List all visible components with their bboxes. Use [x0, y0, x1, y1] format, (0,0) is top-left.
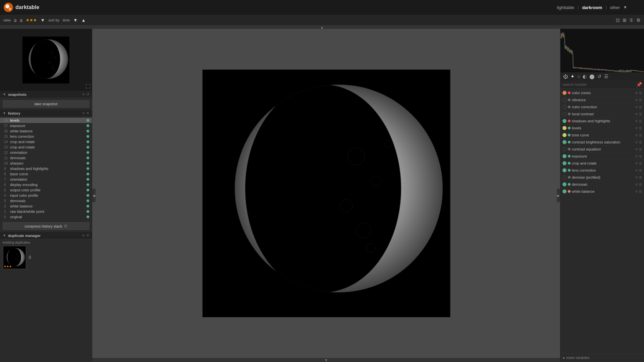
toolbar-left-arrow[interactable]: ≥ [14, 17, 17, 23]
zoom-1to1-icon[interactable]: ① [629, 17, 634, 23]
module-enable-toggle[interactable] [562, 182, 567, 186]
module-enable-toggle[interactable] [562, 168, 567, 172]
nav-darkroom[interactable]: darkroom [582, 5, 602, 10]
more-modules[interactable]: ▸ more modules [560, 353, 644, 362]
module-preset-btn[interactable]: ☰ [639, 140, 642, 144]
module-reset-icon[interactable]: ↺ [597, 74, 601, 79]
history-item[interactable]: 12 orientation [0, 150, 92, 155]
module-enable-toggle[interactable] [562, 133, 567, 137]
take-snapshot-button[interactable]: take snapshot [3, 100, 89, 108]
module-reset-btn[interactable]: ↺ [635, 112, 638, 116]
module-reset-btn[interactable]: ↺ [635, 140, 638, 144]
module-preset-btn[interactable]: ☰ [639, 147, 642, 151]
module-item[interactable]: levels ↺ ☰ [560, 125, 644, 132]
module-item[interactable]: lens correction ↺ ☰ [560, 167, 644, 174]
module-item[interactable]: color correction ↺ ☰ [560, 104, 644, 111]
nav-other[interactable]: other [610, 5, 620, 10]
history-item[interactable]: 0 original [0, 214, 92, 220]
history-item[interactable]: 17 exposure [0, 123, 92, 128]
module-item[interactable]: vibrance ↺ ☰ [560, 97, 644, 104]
collapse-top[interactable]: ▲ [0, 25, 644, 29]
module-preset-btn[interactable]: ☰ [639, 162, 642, 165]
history-menu-icon[interactable]: ≡ [83, 111, 85, 115]
history-item[interactable]: 7 orientation [0, 177, 92, 182]
module-enable-toggle[interactable] [562, 105, 567, 109]
history-item[interactable]: 6 display encoding [0, 182, 92, 187]
history-item[interactable]: 1 raw black/white point [0, 209, 92, 214]
module-preset-btn[interactable]: ☰ [639, 176, 642, 179]
module-reset-btn[interactable]: ↺ [635, 190, 638, 193]
module-enable-toggle[interactable] [562, 189, 567, 193]
module-reset-btn[interactable]: ↺ [635, 126, 638, 130]
collapse-right[interactable]: ▶ [557, 189, 560, 202]
history-item[interactable]: 18 levels [0, 118, 92, 123]
snapshots-section-header[interactable]: ▼ snapshots ≡ ↺ [0, 91, 92, 98]
module-enable-toggle[interactable] [562, 161, 567, 165]
history-item[interactable]: 8 base curve [0, 171, 92, 177]
module-enable-toggle[interactable] [562, 126, 567, 130]
module-reset-btn[interactable]: ↺ [635, 98, 638, 102]
module-color-icon[interactable]: ⬤ [589, 74, 595, 79]
module-enable-toggle[interactable] [562, 119, 567, 123]
module-reset-btn[interactable]: ↺ [635, 162, 638, 165]
module-item[interactable]: contrast brightness saturation ↺ ☰ [560, 139, 644, 146]
module-circle-icon[interactable]: ○ [577, 74, 580, 79]
sort-dropdown[interactable]: ▼ [73, 17, 78, 23]
history-item[interactable]: 11 demosaic [0, 155, 92, 161]
module-reset-btn[interactable]: ↺ [635, 105, 638, 109]
module-item[interactable]: local contrast ↺ ☰ [560, 111, 644, 118]
nav-lighttable[interactable]: lighttable [557, 5, 574, 10]
module-preset-btn[interactable]: ☰ [639, 91, 642, 95]
module-enable-toggle[interactable] [562, 147, 567, 151]
module-enable-toggle[interactable] [562, 112, 567, 116]
snapshots-refresh-icon[interactable]: ↺ [86, 92, 89, 97]
expand-icon[interactable]: ⛶ [86, 84, 90, 89]
history-clear-icon[interactable]: ✕ [86, 111, 89, 115]
module-enable-toggle[interactable] [562, 140, 567, 144]
module-item[interactable]: shadows and highlights ↺ ☰ [560, 118, 644, 125]
collapse-left[interactable]: ◀ [92, 189, 96, 202]
history-item[interactable]: 9 shadows and highlights [0, 166, 92, 171]
module-preset-btn[interactable]: ☰ [639, 183, 642, 186]
history-item[interactable]: 10 sharpen [0, 161, 92, 166]
module-preset-btn[interactable]: ☰ [639, 155, 642, 158]
module-enable-toggle[interactable] [562, 175, 567, 179]
module-item[interactable]: demosaic ↺ ☰ [560, 181, 644, 188]
module-reset-btn[interactable]: ↺ [635, 155, 638, 158]
zoom-fit-icon[interactable]: ⊡ [616, 17, 620, 23]
module-item[interactable]: contrast equalizer ↺ ☰ [560, 146, 644, 153]
module-enable-toggle[interactable] [562, 91, 567, 95]
module-item[interactable]: tone curve ↺ ☰ [560, 132, 644, 139]
history-item[interactable]: 15 lens correction [0, 134, 92, 139]
module-preset-btn[interactable]: ☰ [639, 169, 642, 172]
module-item[interactable]: color zones ↺ ☰ [560, 89, 644, 97]
module-reset-btn[interactable]: ↺ [635, 133, 638, 137]
history-item[interactable]: 13 crop and rotate [0, 144, 92, 150]
zoom-fill-icon[interactable]: ⊞ [623, 17, 627, 23]
history-item[interactable]: 3 demosaic [0, 198, 92, 203]
module-item[interactable]: exposure ↺ ☰ [560, 153, 644, 160]
module-reset-btn[interactable]: ↺ [635, 169, 638, 172]
module-reset-btn[interactable]: ↺ [635, 119, 638, 123]
history-section-header[interactable]: ▼ history ≡ ✕ [0, 110, 92, 117]
module-preset-btn[interactable]: ☰ [639, 190, 642, 193]
sort-direction[interactable]: ▲ [81, 17, 86, 23]
search-module-input[interactable] [562, 82, 636, 86]
duplicate-manager-section-header[interactable]: ▼ duplicate manager ≡ ✕ [0, 232, 92, 239]
module-preset-btn[interactable]: ☰ [639, 119, 642, 123]
history-item[interactable]: 5 output color profile [0, 187, 92, 193]
module-preset-btn[interactable]: ☰ [639, 112, 642, 116]
snapshots-menu-icon[interactable]: ≡ [83, 92, 85, 97]
bottom-collapse[interactable]: ▼ [92, 358, 560, 362]
module-reset-btn[interactable]: ↺ [635, 176, 638, 179]
sort-value[interactable]: time [63, 18, 70, 22]
history-item[interactable]: 4 input color profile [0, 193, 92, 198]
module-preset-icon[interactable]: ☰ [604, 74, 608, 79]
search-pin-icon[interactable]: 📌 [636, 82, 642, 87]
history-item[interactable]: 16 white balance [0, 128, 92, 134]
module-preset-btn[interactable]: ☰ [639, 133, 642, 137]
module-palette-icon[interactable]: ◐ [583, 74, 587, 79]
duplicate-thumbnail[interactable]: ★★★ [3, 246, 26, 269]
settings-icon[interactable]: ⚙ [636, 17, 641, 23]
module-preset-btn[interactable]: ☰ [639, 98, 642, 102]
